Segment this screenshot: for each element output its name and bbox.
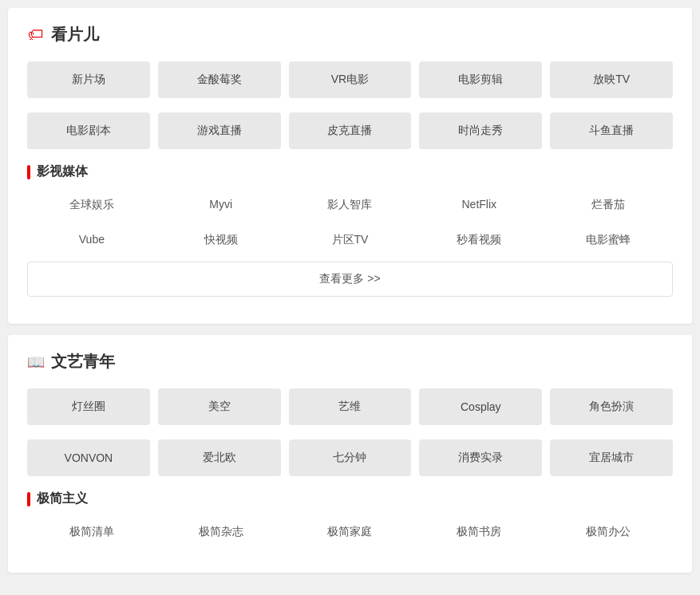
subsection1-title-row: 影视媒体	[27, 164, 673, 180]
link-片区TV[interactable]: 片区TV	[286, 227, 415, 254]
btn-VONVON[interactable]: VONVON	[27, 439, 150, 476]
link-极简办公[interactable]: 极简办公	[544, 518, 673, 546]
subsection2-title: 极简主义	[37, 491, 88, 507]
section1-buttons-row1: 新片场 金酸莓奖 VR电影 电影剪辑 放映TV	[27, 61, 673, 98]
btn-皮克直播[interactable]: 皮克直播	[289, 112, 412, 149]
btn-游戏直播[interactable]: 游戏直播	[158, 112, 281, 149]
link-全球娱乐[interactable]: 全球娱乐	[27, 191, 156, 219]
btn-消费实录[interactable]: 消费实录	[419, 439, 542, 476]
section1-title: 看片儿	[51, 24, 99, 45]
btn-Cosplay[interactable]: Cosplay	[419, 388, 542, 425]
subsection1-bar	[27, 165, 30, 179]
btn-新片场[interactable]: 新片场	[27, 61, 150, 98]
section2-header: 📖 文艺青年	[27, 351, 673, 372]
btn-斗鱼直播[interactable]: 斗鱼直播	[550, 112, 673, 149]
link-烂番茄[interactable]: 烂番茄	[544, 191, 673, 219]
subsection1-links-row2: Vube 快视频 片区TV 秒看视频 电影蜜蜂	[27, 227, 673, 254]
link-Vube[interactable]: Vube	[27, 227, 156, 254]
section2-buttons-row2: VONVON 爱北欧 七分钟 消费实录 宜居城市	[27, 439, 673, 476]
link-NetFlix[interactable]: NetFlix	[414, 191, 544, 219]
btn-放映TV[interactable]: 放映TV	[550, 61, 673, 98]
section1-subsection: 影视媒体 全球娱乐 Myvi 影人智库 NetFlix 烂番茄 Vube 快视频…	[27, 164, 673, 297]
btn-七分钟[interactable]: 七分钟	[289, 439, 412, 476]
btn-角色扮演[interactable]: 角色扮演	[550, 388, 673, 425]
btn-灯丝圈[interactable]: 灯丝圈	[27, 388, 150, 425]
btn-美空[interactable]: 美空	[158, 388, 281, 425]
btn-爱北欧[interactable]: 爱北欧	[158, 439, 281, 476]
btn-艺维[interactable]: 艺维	[289, 388, 412, 425]
link-快视频[interactable]: 快视频	[156, 227, 286, 254]
subsection1-title: 影视媒体	[37, 164, 88, 180]
book-icon: 📖	[27, 353, 45, 371]
btn-电影剧本[interactable]: 电影剧本	[27, 112, 150, 149]
link-Myvi[interactable]: Myvi	[156, 191, 286, 219]
btn-金酸莓奖[interactable]: 金酸莓奖	[158, 61, 281, 98]
link-极简书房[interactable]: 极简书房	[414, 518, 544, 546]
section1-buttons-row2: 电影剧本 游戏直播 皮克直播 时尚走秀 斗鱼直播	[27, 112, 673, 149]
link-极简家庭[interactable]: 极简家庭	[286, 518, 415, 546]
section2-title: 文艺青年	[51, 351, 115, 372]
section-watch-movies: 🏷 看片儿 新片场 金酸莓奖 VR电影 电影剪辑 放映TV 电影剧本 游戏直播 …	[8, 8, 692, 324]
link-影人智库[interactable]: 影人智库	[286, 191, 415, 219]
section2-buttons-row1: 灯丝圈 美空 艺维 Cosplay 角色扮演	[27, 388, 673, 425]
tag-icon: 🏷	[27, 26, 45, 44]
btn-电影剪辑[interactable]: 电影剪辑	[419, 61, 542, 98]
section1-header: 🏷 看片儿	[27, 24, 673, 45]
section-arts-youth: 📖 文艺青年 灯丝圈 美空 艺维 Cosplay 角色扮演 VONVON 爱北欧…	[8, 335, 692, 573]
btn-宜居城市[interactable]: 宜居城市	[550, 439, 673, 476]
link-极简清单[interactable]: 极简清单	[27, 518, 156, 546]
btn-时尚走秀[interactable]: 时尚走秀	[419, 112, 542, 149]
section2-subsection: 极简主义 极简清单 极简杂志 极简家庭 极简书房 极简办公	[27, 491, 673, 546]
subsection2-links-row1: 极简清单 极简杂志 极简家庭 极简书房 极简办公	[27, 518, 673, 546]
link-秒看视频[interactable]: 秒看视频	[414, 227, 544, 254]
subsection1-links-row1: 全球娱乐 Myvi 影人智库 NetFlix 烂番茄	[27, 191, 673, 219]
link-电影蜜蜂[interactable]: 电影蜜蜂	[544, 227, 673, 254]
btn-VR电影[interactable]: VR电影	[289, 61, 412, 98]
subsection2-title-row: 极简主义	[27, 491, 673, 507]
view-more-button[interactable]: 查看更多 >>	[27, 262, 673, 297]
subsection2-bar	[27, 492, 30, 506]
link-极简杂志[interactable]: 极简杂志	[156, 518, 286, 546]
